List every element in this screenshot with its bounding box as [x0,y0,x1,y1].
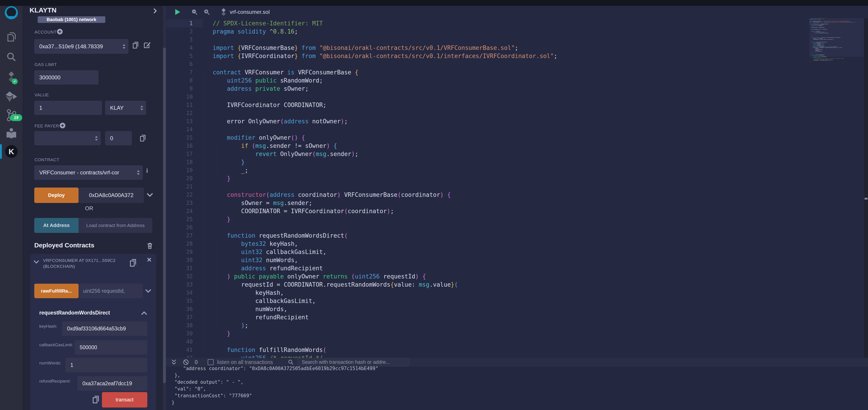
editor-scrollbar[interactable] [864,18,868,358]
code-line: 11 IVRFCoordinator COORDINATOR; [166,101,868,109]
code-editor[interactable]: 1// SPDX-License-Identifier: MIT2pragma … [166,18,868,358]
search-icon[interactable] [0,51,23,63]
code-line: 42 uint256 /* requestId */, [166,354,868,358]
code-line: 10 [166,93,868,101]
code-line: 18 } [166,158,868,166]
raw-fulfill-args-input[interactable]: uint256 requestId, [79,284,143,298]
klaytn-logo-icon[interactable] [0,5,23,20]
fee-payer-select[interactable] [34,131,101,145]
add-account-icon[interactable] [57,29,63,35]
copy-fee-payer-icon[interactable] [140,134,146,142]
stepper-icon [95,135,98,141]
code-line: 16 if (msg.sender != sOwner) { [166,142,868,150]
code-line: 6 [166,60,868,68]
copy-account-icon[interactable] [132,41,139,49]
code-line: 4import {VRFConsumerBase} from "@bisonai… [166,44,868,52]
contract-select[interactable]: VRFConsumer - contracts/vrf-cor [34,165,143,180]
code-line: 1// SPDX-License-Identifier: MIT [166,19,868,28]
minimap-slider[interactable] [809,18,864,57]
indent-guide [204,76,204,354]
code-line: 7contract VRFConsumer is VRFConsumerBase… [166,68,868,76]
solidity-compiler-icon[interactable]: ✓ [0,70,23,85]
value-input[interactable]: 1 [34,101,102,115]
gas-limit-label: GAS LIMIT [34,62,57,67]
deploy-address-input[interactable]: 0xDA8c0A00A372 [79,187,144,203]
code-line: 5import {IVRFCoordinator} from "@bisonai… [166,52,868,60]
num-words-input[interactable]: 1 [65,358,147,372]
fn-collapse-icon[interactable] [141,311,147,315]
transact-button[interactable]: transact [102,392,147,408]
solidity-file-icon [221,8,226,16]
callback-gas-limit-input[interactable]: 500000 [75,340,147,355]
code-line: 38 ); [166,321,868,330]
raw-fulfill-button[interactable]: rawFulfillRa... [34,284,79,298]
copy-args-icon[interactable] [92,395,100,404]
pending-tx-count: 0 [195,359,198,365]
terminal-line: } [166,399,868,406]
clear-deployed-icon[interactable] [147,242,153,249]
git-icon[interactable]: 19 [0,108,23,123]
zoom-out-icon[interactable] [191,9,198,15]
value-label: VALUE [34,93,49,98]
at-address-input[interactable]: Load contract from Address [79,218,152,233]
refund-recipient-input[interactable]: 0xa37aca2eaf7dcc19 [78,376,147,391]
remix-klaytn-ide: ✓ 19 K KLAYTN Baobab (1001) network ACCO… [0,0,868,410]
terminal-search-input[interactable]: Search with transaction hash or addre... [298,358,409,366]
remove-contract-icon[interactable]: ✕ [147,256,152,264]
code-line: 21 [166,182,868,191]
account-select[interactable]: 0xa37...510e9 (148.78339 [34,39,128,54]
learn-icon[interactable] [0,127,23,140]
code-line: 37 refundRecipient [166,313,868,321]
value-unit-select[interactable]: KLAY [105,101,146,115]
deploy-button[interactable]: Deploy [34,187,79,203]
terminal-search-icon [288,359,294,365]
collapse-contract-icon[interactable] [34,260,39,264]
code-line: 25 } [166,215,868,224]
panel-scrollbar[interactable] [163,6,166,410]
code-line: 19 _; [166,166,868,174]
fee-payer-label: FEE PAYER [34,124,59,129]
code-line: 32 ) public payable onlyOwner returns (u… [166,272,868,280]
fee-payer-amount-input[interactable]: 0 [105,131,132,145]
code-lines: 1// SPDX-License-Identifier: MIT2pragma … [166,18,868,358]
tab-filename[interactable]: vrf-consumer.sol [230,9,270,15]
gas-limit-input[interactable]: 3000000 [34,70,98,84]
terminal-line: "address coordinator": "0xDA8c0A00A37250… [166,367,868,372]
code-line: 14 [166,126,868,134]
stepper-icon [122,43,126,49]
editor-scrollbar-thumb[interactable] [865,198,868,200]
code-line: 23 sOwner = msg.sender; [166,199,868,207]
param-label: refundRecipient: [39,379,71,384]
add-fee-payer-icon[interactable] [59,123,66,129]
klaytn-plugin-icon[interactable]: K [0,145,23,158]
deploy-run-icon[interactable] [0,90,23,103]
keyhash-input[interactable]: 0xd9af33106d664a53cb9 [62,321,147,336]
panel-scrollbar-thumb[interactable] [163,47,166,383]
clear-console-icon[interactable] [183,359,189,365]
code-line: 26 [166,224,868,232]
raw-expand-icon[interactable] [145,289,151,293]
at-address-button[interactable]: At Address [34,218,79,233]
copy-contract-address-icon[interactable] [129,259,137,267]
listen-all-checkbox[interactable] [208,359,214,365]
run-script-icon[interactable] [175,9,180,15]
terminal-bar: 0 listen on all transactions Search with… [166,358,868,367]
code-line: 31 address refundRecipient [166,264,868,272]
code-line: 36 numWords, [166,305,868,313]
deploy-expand-icon[interactable] [147,193,153,197]
edit-account-icon[interactable] [144,41,151,48]
param-label: callbackGasLimit: [39,342,73,347]
stepper-icon [140,105,144,111]
zoom-in-icon[interactable] [204,9,210,15]
contract-info-icon[interactable]: i [146,167,148,174]
terminal-output[interactable]: "address coordinator": "0xDA8c0A00A37250… [166,367,868,410]
code-line: 40 [166,338,868,346]
panel-collapse-icon[interactable] [153,8,158,13]
param-label: keyHash: [39,324,57,329]
expand-terminal-icon[interactable] [171,359,177,365]
indent-guide [217,240,218,330]
code-line: 3 [166,36,868,44]
file-explorer-icon[interactable] [0,31,23,43]
code-line: 2pragma solidity ^0.8.16; [166,28,868,36]
code-line: 22 constructor(address coordinator) VRFC… [166,191,868,199]
